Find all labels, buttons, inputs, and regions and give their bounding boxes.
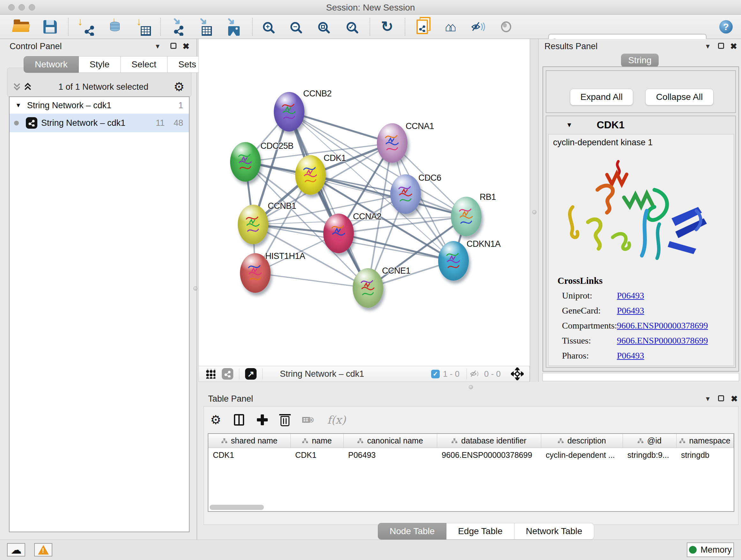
close-panel-icon[interactable]: ✖ — [183, 42, 190, 51]
crosslink-link[interactable]: P06493 — [617, 291, 644, 301]
crosslink-link[interactable]: 9606.ENSP00000378699 — [617, 320, 708, 331]
maximize-panel-icon[interactable] — [171, 43, 177, 49]
close-panel-icon[interactable]: ✖ — [731, 395, 738, 403]
tab-select[interactable]: Select — [121, 56, 167, 73]
zoom-selected-button[interactable]: ✓ — [340, 15, 362, 39]
column-header-canonical-name[interactable]: canonical name — [344, 434, 437, 448]
warnings-button[interactable] — [34, 543, 52, 557]
network-node-ccna2[interactable] — [323, 213, 354, 253]
horizontal-splitter[interactable] — [199, 382, 741, 393]
detach-view-icon[interactable]: ↗ — [245, 368, 257, 380]
crosslink-link[interactable]: 9606.ENSP00000378699 — [617, 335, 708, 346]
export-network-button[interactable]: ➜ — [164, 15, 186, 39]
vertical-splitter[interactable] — [530, 39, 539, 393]
cell-description[interactable]: cyclin-dependent ... — [541, 448, 623, 462]
export-table-button[interactable]: ➜ — [192, 15, 214, 39]
collapse-all-icon[interactable] — [11, 82, 22, 91]
table-hscrollbar-thumb[interactable] — [210, 505, 264, 510]
show-all-panels-button[interactable]: ⌂⌂ — [440, 15, 462, 39]
column-header-shared-name[interactable]: shared name — [208, 434, 291, 448]
birds-eye-toggle-icon[interactable] — [511, 368, 524, 380]
import-table-button[interactable]: ↓ — [131, 15, 153, 39]
network-node-ccne1[interactable] — [353, 268, 383, 308]
network-options-gear-icon[interactable]: ⚙ — [174, 81, 185, 93]
toggle-view-button[interactable] — [495, 15, 517, 39]
zoom-fit-button[interactable] — [312, 15, 334, 39]
float-panel-icon[interactable]: ▼ — [704, 43, 711, 50]
delete-column-icon[interactable] — [280, 416, 289, 426]
column-header-description[interactable]: description — [541, 434, 623, 448]
network-node-cdc6[interactable] — [390, 174, 421, 214]
hidden-eye-icon[interactable] — [469, 370, 481, 378]
refresh-icon: ↻ — [381, 20, 394, 33]
horizontal-splitter-handle[interactable] — [469, 385, 473, 389]
tab-network-table[interactable]: Network Table — [515, 523, 594, 540]
crosslink-link[interactable]: P06493 — [617, 351, 644, 361]
title-bar: Session: New Session — [0, 0, 741, 15]
import-network-button[interactable]: ↓ — [75, 15, 97, 39]
export-image-button[interactable]: ➜ — [219, 15, 242, 39]
zoom-out-button[interactable]: − — [284, 15, 307, 39]
crosslinks-heading: CrossLinks — [557, 275, 708, 286]
clone-network-button[interactable] — [411, 15, 433, 39]
network-collection-row[interactable]: ▼ String Network – cdk1 1 — [10, 97, 189, 114]
tab-edge-table[interactable]: Edge Table — [447, 523, 515, 540]
column-header-database-identifier[interactable]: database identifier — [437, 434, 541, 448]
save-session-button[interactable] — [39, 15, 61, 39]
table-row[interactable]: CDK1CDK1P064939606.ENSP00000378699cyclin… — [208, 448, 734, 462]
network-node-ccnb2[interactable] — [274, 92, 305, 132]
column-header--id[interactable]: @id — [623, 434, 677, 448]
float-panel-icon[interactable]: ▼ — [704, 395, 711, 402]
memory-button[interactable]: Memory — [687, 543, 734, 557]
cell-canonical-name[interactable]: P06493 — [344, 448, 437, 462]
network-view-canvas[interactable]: CCNB2CCNA1CDC25BCDK1CDC6RB1CCNB1CCNA2CDK… — [199, 39, 530, 366]
left-splitter-handle[interactable] — [193, 287, 198, 291]
cell-namespace[interactable]: stringdb — [677, 448, 734, 462]
expand-all-button[interactable]: Expand All — [570, 89, 633, 105]
section-collapse-icon[interactable]: ▼ — [566, 121, 572, 129]
network-node-rb1[interactable] — [451, 197, 482, 236]
vertical-splitter-handle[interactable] — [532, 210, 536, 214]
network-node-cdk1[interactable] — [295, 155, 326, 195]
network-node-cdkn1a[interactable] — [438, 241, 469, 281]
show-columns-icon[interactable] — [234, 414, 244, 426]
edge-count: 48 — [174, 118, 183, 128]
table-options-gear-icon[interactable]: ⚙ — [210, 414, 221, 426]
expand-all-icon[interactable] — [22, 82, 33, 91]
gene-section-header[interactable]: ▼ CDK1 — [546, 116, 735, 133]
help-button[interactable]: ? — [715, 15, 737, 39]
float-panel-icon[interactable]: ▼ — [154, 43, 161, 50]
cell-database-identifier[interactable]: 9606.ENSP00000378699 — [437, 448, 541, 462]
collection-collapse-icon[interactable]: ▼ — [15, 102, 21, 109]
tab-style[interactable]: Style — [79, 56, 121, 73]
collapse-all-button[interactable]: Collapse All — [645, 89, 714, 105]
tab-node-table[interactable]: Node Table — [378, 523, 447, 540]
network-row-selected[interactable]: String Network – cdk1 11 48 — [10, 114, 189, 132]
node-label-ccnb2: CCNB2 — [303, 89, 332, 99]
cell--id[interactable]: stringdb:9... — [623, 448, 677, 462]
node-table[interactable]: shared namenamecanonical namedatabase id… — [208, 433, 734, 512]
hide-unhide-button[interactable] — [467, 15, 489, 39]
add-column-icon[interactable] — [257, 415, 268, 425]
grid-view-icon[interactable] — [206, 369, 215, 379]
zoom-in-button[interactable]: + — [257, 15, 279, 39]
network-node-ccnb1[interactable] — [238, 205, 268, 244]
refresh-view-button[interactable]: ↻ — [376, 15, 398, 39]
maximize-panel-icon[interactable] — [718, 43, 724, 49]
column-header-namespace[interactable]: namespace — [677, 434, 734, 448]
cell-shared-name[interactable]: CDK1 — [208, 448, 291, 462]
open-session-button[interactable] — [10, 15, 32, 39]
results-tab-string[interactable]: String — [621, 54, 659, 67]
network-node-cdc25b[interactable] — [230, 142, 261, 182]
cloud-status-button[interactable]: ☁ — [7, 543, 25, 557]
crosslink-link[interactable]: P06493 — [617, 306, 644, 316]
cell-name[interactable]: CDK1 — [291, 448, 344, 462]
tab-network[interactable]: Network — [23, 56, 79, 73]
column-header-name[interactable]: name — [291, 434, 344, 448]
selected-checkbox-icon[interactable]: ✓ — [431, 370, 440, 378]
import-database-button[interactable]: ↓ — [102, 15, 124, 39]
network-node-ccna1[interactable] — [377, 123, 408, 163]
close-panel-icon[interactable]: ✖ — [730, 42, 737, 51]
results-scrollbar-track[interactable] — [542, 373, 739, 381]
maximize-panel-icon[interactable] — [718, 395, 724, 401]
